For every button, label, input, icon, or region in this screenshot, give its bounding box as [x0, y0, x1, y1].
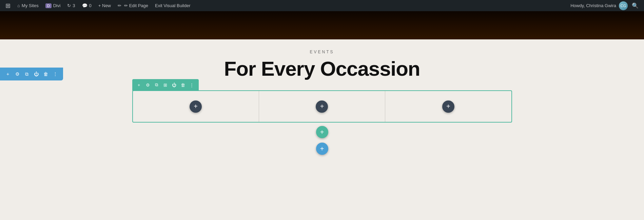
search-icon[interactable]: 🔍: [629, 2, 641, 9]
edit-page-label: ✏ Edit Page: [124, 3, 148, 8]
section-eyebrow: EVENTS: [7, 50, 637, 54]
row-power-button[interactable]: ⏻: [170, 81, 178, 89]
row-container: + ⚙ ⧉ ⊞ ⏻ 🗑 ⋮ + + + +: [132, 90, 512, 138]
sites-icon: ⌂: [17, 3, 20, 8]
comments-icon: 💬: [82, 3, 87, 8]
admin-bar: ⊞ ⌂ My Sites D Divi ↻ 3 💬 0 + New ✏ ✏ Ed…: [0, 0, 644, 11]
row-toolbar: + ⚙ ⧉ ⊞ ⏻ 🗑 ⋮: [132, 79, 199, 91]
divi-label: Divi: [53, 3, 61, 8]
updates-icon: ↻: [67, 3, 71, 8]
updates-menu[interactable]: ↻ 3: [64, 0, 78, 11]
column-3: +: [385, 91, 511, 122]
main-content: EVENTS For Every Occassion + ⚙ ⧉ ⊞ ⏻ 🗑 ⋮…: [0, 39, 644, 219]
avatar[interactable]: CG: [619, 1, 628, 10]
my-sites-menu[interactable]: ⌂ My Sites: [15, 0, 41, 11]
my-sites-label: My Sites: [22, 3, 39, 8]
hero-image: [0, 11, 644, 39]
edit-page-button[interactable]: ✏ ✏ Edit Page: [115, 0, 151, 11]
comments-count: 0: [89, 3, 92, 8]
row-columns-button[interactable]: ⊞: [161, 81, 170, 89]
column-2: +: [259, 91, 385, 122]
section-power-button[interactable]: ⏻: [32, 70, 41, 78]
admin-bar-right: Howdy, Christina Gwira CG 🔍: [570, 1, 641, 10]
new-label: + New: [98, 3, 111, 8]
row-add-button[interactable]: +: [135, 81, 143, 89]
wp-icon: ⊞: [5, 2, 11, 10]
add-section-button[interactable]: +: [316, 143, 328, 155]
edit-icon: ✏: [118, 3, 121, 8]
divi-menu[interactable]: D Divi: [43, 0, 63, 11]
row-more-button[interactable]: ⋮: [188, 81, 196, 89]
row-copy-button[interactable]: ⧉: [153, 81, 161, 89]
section-settings-button[interactable]: ⚙: [13, 70, 22, 78]
three-column-row: + + +: [132, 90, 512, 123]
divi-icon: D: [45, 3, 52, 8]
new-menu[interactable]: + New: [96, 0, 114, 11]
section-heading: For Every Occassion: [7, 58, 637, 80]
wp-logo[interactable]: ⊞: [3, 0, 13, 11]
add-section-container: +: [7, 140, 637, 155]
row-settings-button[interactable]: ⚙: [144, 81, 152, 89]
updates-count: 3: [73, 3, 75, 8]
add-module-col3-button[interactable]: +: [442, 100, 454, 113]
add-module-col1-button[interactable]: +: [190, 100, 202, 113]
howdy-label: Howdy, Christina Gwira: [570, 3, 616, 8]
section-delete-button[interactable]: 🗑: [41, 70, 50, 78]
row-delete-button[interactable]: 🗑: [179, 81, 187, 89]
comments-menu[interactable]: 💬 0: [79, 0, 94, 11]
add-module-col2-button[interactable]: +: [316, 100, 328, 113]
section-more-button[interactable]: ⋮: [51, 70, 60, 78]
section-add-button[interactable]: +: [3, 70, 12, 78]
section-toolbar: + ⚙ ⧉ ⏻ 🗑 ⋮: [0, 68, 63, 80]
section-copy-button[interactable]: ⧉: [22, 70, 31, 78]
column-1: +: [133, 91, 259, 122]
add-row-button[interactable]: +: [316, 126, 328, 138]
exit-builder-label: Exit Visual Builder: [155, 3, 191, 8]
exit-builder-button[interactable]: Exit Visual Builder: [152, 0, 193, 11]
add-row-container: +: [132, 123, 512, 138]
